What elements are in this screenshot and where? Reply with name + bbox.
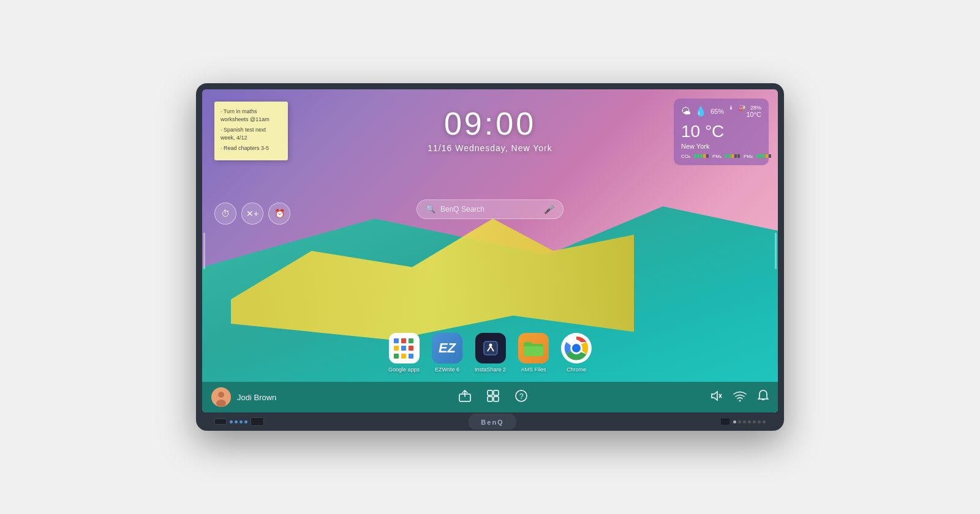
svg-point-7: [216, 400, 226, 407]
sticky-note: · Turn in maths worksheets @11am · Spani…: [214, 102, 288, 161]
bezel-dot: [235, 420, 238, 423]
air-seg: [700, 154, 703, 158]
air-seg: [760, 154, 762, 158]
bell-icon[interactable]: [758, 390, 769, 404]
ezwrite-icon: EZ: [432, 333, 462, 363]
weather-cloud-icon: 🌤: [681, 106, 691, 117]
app-label-google-apps: Google apps: [388, 367, 420, 373]
app-grid: Google apps EZ EZWrite 6 InstaShare 2: [388, 333, 592, 373]
bezel-circle: [733, 420, 736, 423]
microphone-icon[interactable]: 🎤: [544, 204, 554, 214]
svg-point-6: [218, 392, 224, 398]
dot: [409, 346, 413, 351]
sticky-note-item-2: · Spanish test next week, 4/12: [221, 126, 282, 143]
air-seg: [694, 154, 696, 158]
calculator-button[interactable]: ✕+: [241, 203, 263, 225]
svg-point-4: [572, 344, 581, 352]
clock-button[interactable]: ⏰: [268, 203, 290, 225]
air-bar-pm2: [756, 154, 771, 158]
app-label-ezwrite: EZWrite 6: [435, 367, 459, 373]
air-seg: [763, 154, 765, 158]
bezel-circle: [738, 420, 741, 423]
chrome-icon: [561, 333, 592, 363]
svg-rect-12: [494, 397, 499, 401]
temp-icon2: 🏭: [739, 105, 745, 111]
weather-humidity: 65%: [710, 108, 724, 115]
air-icon-pm2: PM₂: [744, 154, 753, 159]
dot: [409, 354, 413, 359]
side-indicator-right: [775, 233, 777, 269]
taskbar-center: ?: [276, 389, 710, 406]
clock-area: 09:00 11/16 Wednesday, New York: [428, 108, 552, 153]
sticky-note-item-3: · Read chapters 3-5: [221, 144, 282, 153]
app-item-instashare[interactable]: InstaShare 2: [475, 333, 506, 373]
air-seg: [703, 154, 706, 158]
bezel-circle: [763, 420, 766, 423]
bezel-center: BenQ: [469, 414, 516, 430]
search-placeholder: BenQ Search: [440, 205, 539, 214]
instashare-icon: [475, 333, 506, 363]
air-seg: [728, 154, 731, 158]
bezel-circle: [753, 420, 756, 423]
bezel-circle: [743, 420, 746, 423]
dot: [393, 346, 398, 351]
dot: [401, 346, 406, 351]
bezel-circle: [758, 420, 761, 423]
dot: [393, 338, 398, 343]
side-indicator-left: [203, 233, 205, 269]
app-item-ezwrite[interactable]: EZ EZWrite 6: [432, 333, 462, 373]
benq-logo: BenQ: [481, 419, 503, 426]
tool-buttons: ⏱ ✕+ ⏰: [214, 203, 290, 225]
dot: [401, 338, 406, 343]
help-icon[interactable]: ?: [514, 389, 528, 406]
svg-point-15: [739, 400, 741, 402]
weather-temp-small-area: 🌡 🏭 28% 10°C: [728, 105, 761, 118]
air-seg: [731, 154, 734, 158]
share-icon[interactable]: [458, 389, 472, 406]
grid-icon[interactable]: [487, 390, 499, 405]
wind-val: 28%: [750, 105, 761, 111]
google-apps-icon: [388, 333, 419, 363]
bezel-dot: [244, 420, 247, 423]
mute-icon[interactable]: [710, 390, 722, 404]
air-seg: [706, 154, 709, 158]
tv-screen: · Turn in maths worksheets @11am · Spani…: [202, 89, 778, 413]
search-bar[interactable]: 🔍 BenQ Search 🎤: [417, 199, 564, 219]
svg-rect-11: [488, 397, 492, 401]
tv-bezel: BenQ: [202, 412, 778, 431]
weather-icon-temp-row: 🌡 🏭 28%: [728, 105, 761, 111]
clock-time: 09:00: [428, 108, 552, 140]
app-item-chrome[interactable]: Chrome: [561, 333, 592, 373]
sticky-note-item-1: · Turn in maths worksheets @11am: [221, 108, 282, 124]
air-seg: [725, 154, 728, 158]
app-item-google-apps[interactable]: Google apps: [388, 333, 420, 373]
svg-text:?: ?: [519, 392, 524, 400]
air-seg: [769, 154, 771, 158]
app-item-ams-files[interactable]: AMS Files: [518, 333, 549, 373]
weather-drop-icon: 💧: [695, 105, 707, 117]
bezel-port: [214, 419, 227, 425]
dot: [393, 354, 398, 359]
ams-files-icon: [518, 333, 549, 363]
app-label-chrome: Chrome: [567, 367, 586, 373]
air-bar-co2: [694, 154, 709, 158]
temp-icon1: 🌡: [728, 105, 734, 111]
wifi-icon[interactable]: [733, 390, 747, 404]
weather-icons: 🌤 💧 65%: [681, 105, 724, 117]
dot: [409, 338, 413, 343]
app-label-ams-files: AMS Files: [521, 367, 546, 373]
bezel-left: [214, 417, 264, 426]
bezel-dots: [230, 420, 247, 423]
search-icon: 🔍: [426, 204, 435, 214]
bezel-grid-btn: [721, 419, 729, 425]
weather-city: New York: [681, 143, 761, 150]
clock-date: 11/16 Wednesday, New York: [428, 143, 552, 153]
dot: [401, 354, 406, 359]
tv-display: · Turn in maths worksheets @11am · Spani…: [196, 83, 784, 431]
taskbar-right: [710, 390, 769, 404]
air-icon-pm1: PM₁: [712, 154, 722, 159]
timer-button[interactable]: ⏱: [214, 203, 236, 225]
air-seg: [697, 154, 699, 158]
svg-point-1: [489, 344, 492, 347]
air-seg: [734, 154, 737, 158]
